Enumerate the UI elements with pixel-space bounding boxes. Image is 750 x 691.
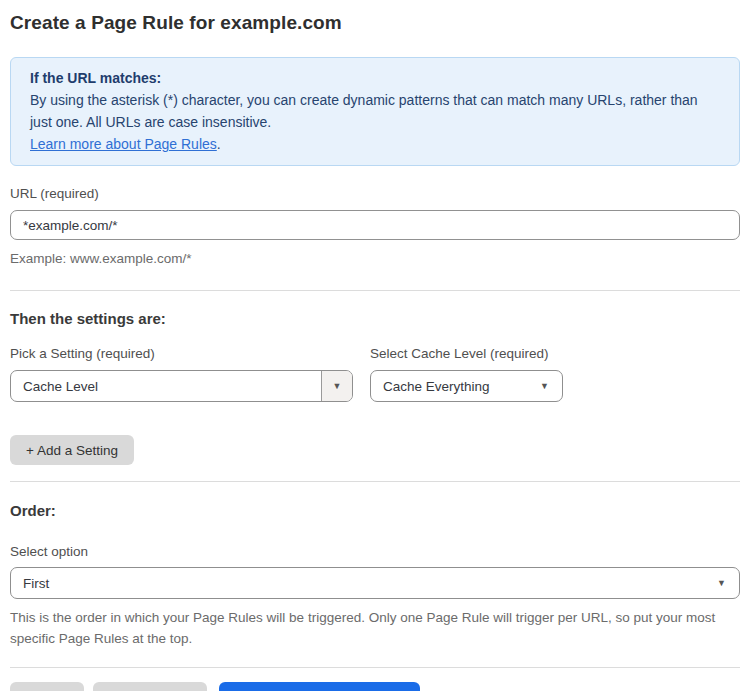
chevron-down-icon: ▼ <box>717 579 726 588</box>
setting-picker-column: Pick a Setting (required) Cache Level ▼ <box>10 346 353 402</box>
page-title: Create a Page Rule for example.com <box>10 12 740 34</box>
section-divider <box>10 290 740 291</box>
footer-actions: Cancel Save as Draft Save and Deploy Pag… <box>10 682 740 691</box>
footer-divider <box>10 667 740 668</box>
settings-section-heading: Then the settings are: <box>10 310 740 327</box>
create-page-rule-form: Create a Page Rule for example.com If th… <box>0 0 750 691</box>
setting-picker-dropdown[interactable]: Cache Level ▼ <box>10 370 353 402</box>
settings-row: Pick a Setting (required) Cache Level ▼ … <box>10 346 740 402</box>
order-section-heading: Order: <box>10 502 740 519</box>
save-and-deploy-button[interactable]: Save and Deploy Page Rule <box>219 682 421 691</box>
link-period: . <box>217 136 221 152</box>
chevron-down-icon: ▼ <box>333 382 342 391</box>
url-match-info-box: If the URL matches: By using the asteris… <box>10 57 740 166</box>
url-field-label: URL (required) <box>10 186 740 201</box>
setting-picker-label: Pick a Setting (required) <box>10 346 353 361</box>
order-arrow-wrap: ▼ <box>717 579 739 588</box>
add-setting-button[interactable]: + Add a Setting <box>10 435 134 465</box>
order-select-label: Select option <box>10 544 740 559</box>
chevron-down-icon: ▼ <box>540 382 549 391</box>
setting-picker-value: Cache Level <box>11 379 321 394</box>
info-box-heading: If the URL matches: <box>30 67 720 89</box>
learn-more-link[interactable]: Learn more about Page Rules <box>30 136 217 152</box>
section-divider <box>10 481 740 482</box>
info-box-link-line: Learn more about Page Rules. <box>30 133 720 155</box>
cancel-button[interactable]: Cancel <box>10 682 84 691</box>
order-helper-text: This is the order in which your Page Rul… <box>10 607 730 649</box>
cache-level-value: Cache Everything <box>371 379 540 394</box>
cache-level-arrow-wrap: ▼ <box>540 382 562 391</box>
order-select-value: First <box>11 576 717 591</box>
cache-level-dropdown[interactable]: Cache Everything ▼ <box>370 370 563 402</box>
url-input[interactable] <box>10 210 740 240</box>
save-as-draft-button[interactable]: Save as Draft <box>93 682 207 691</box>
order-select-dropdown[interactable]: First ▼ <box>10 567 740 599</box>
url-example-helper: Example: www.example.com/* <box>10 248 740 269</box>
setting-picker-arrow-segment[interactable]: ▼ <box>321 371 352 401</box>
cache-level-label: Select Cache Level (required) <box>370 346 563 361</box>
info-box-body: By using the asterisk (*) character, you… <box>30 89 720 133</box>
cache-level-column: Select Cache Level (required) Cache Ever… <box>370 346 563 402</box>
